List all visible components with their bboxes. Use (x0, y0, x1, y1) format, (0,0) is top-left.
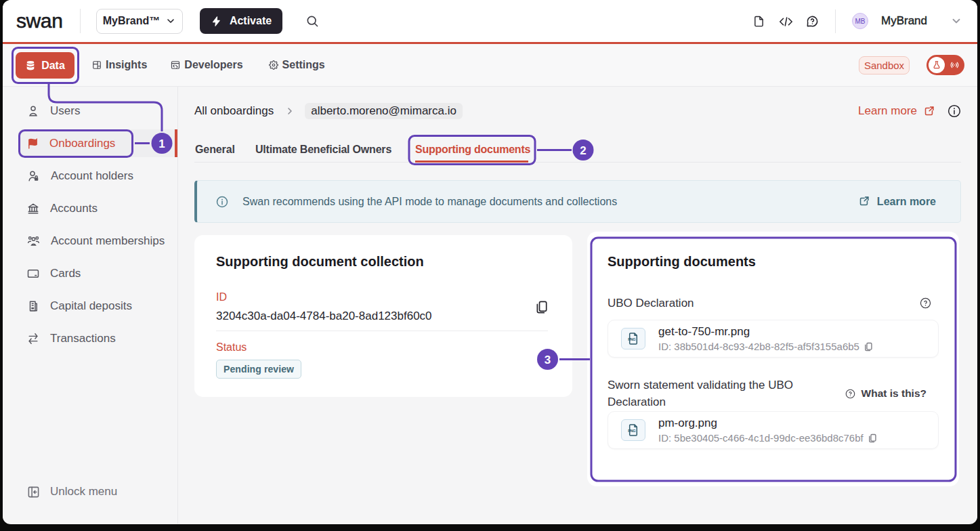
svg-text:PNG: PNG (628, 429, 635, 433)
svg-text:PNG: PNG (628, 337, 635, 341)
